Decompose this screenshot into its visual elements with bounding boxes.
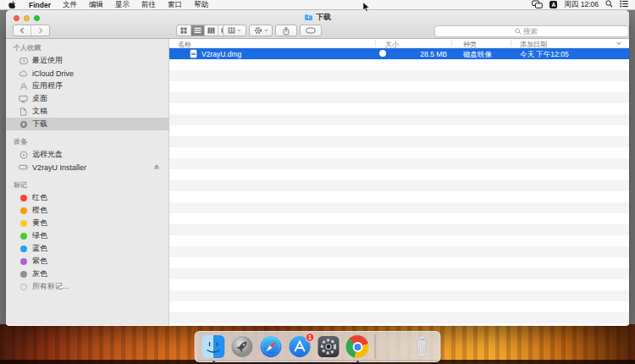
file-size: 28.5 MB (420, 50, 447, 58)
share-icon (282, 26, 290, 36)
menu-window[interactable]: 窗口 (162, 0, 188, 10)
tag-dot-all (20, 284, 27, 290)
menubar-clock[interactable]: 周四 12:06 (564, 0, 599, 10)
menu-bar: Finder 文件 编辑 显示 前往 窗口 帮助 A 周四 12:06 (0, 0, 635, 10)
icon-view-button[interactable] (177, 25, 190, 36)
sidebar-item-downloads[interactable]: 下载 (6, 118, 168, 130)
sort-direction-icon[interactable] (616, 40, 621, 47)
list-view-button[interactable] (190, 25, 204, 36)
share-button[interactable] (275, 25, 297, 36)
sidebar-tag-gray[interactable]: 灰色 (6, 267, 168, 280)
sidebar-item-icloud-drive[interactable]: iCloud Drive (6, 67, 168, 80)
column-divider[interactable] (375, 40, 376, 47)
sidebar-tag-orange[interactable]: 橙色 (6, 204, 168, 217)
menu-finder[interactable]: Finder (23, 1, 57, 9)
apple-menu-icon[interactable] (8, 1, 15, 9)
nav-buttons (13, 25, 50, 36)
sidebar-tag-red[interactable]: 红色 (6, 191, 168, 204)
sidebar-tag-purple[interactable]: 紫色 (6, 255, 168, 267)
tag-icon (306, 27, 316, 34)
sidebar-tag-green[interactable]: 绿色 (6, 229, 168, 242)
spotlight-search-icon[interactable] (605, 0, 613, 9)
tag-dot-orange (20, 207, 27, 214)
running-indicator (213, 361, 215, 363)
dock-app-store-icon[interactable]: 1 (289, 335, 312, 358)
sidebar-section-devices: 设备 (6, 135, 168, 148)
downloads-icon (19, 120, 28, 129)
sidebar: 个人收藏 最近使用 iCloud Drive 应用程序 桌面 (6, 39, 169, 325)
search-field[interactable] (434, 25, 629, 37)
finder-window: 下载 (6, 10, 629, 326)
sidebar-item-remote-disc[interactable]: 远程光盘 (6, 148, 168, 161)
forward-button[interactable] (31, 25, 49, 36)
document-icon (19, 108, 28, 116)
desktop-icon (19, 95, 28, 103)
sidebar-item-desktop[interactable]: 桌面 (6, 92, 168, 105)
sidebar-tag-blue[interactable]: 蓝色 (6, 242, 168, 255)
dock-system-preferences-icon[interactable] (318, 335, 340, 358)
tag-dot-red (20, 195, 27, 201)
file-name: V2rayU.dmg (202, 50, 241, 58)
column-divider[interactable] (511, 40, 511, 47)
file-date-added: 今天 下午12:05 (520, 50, 569, 60)
chevron-down-icon (237, 29, 241, 32)
dock-launchpad-icon[interactable] (231, 335, 254, 358)
file-kind: 磁盘映像 (463, 50, 492, 60)
dock-trash-icon[interactable] (411, 335, 433, 358)
sidebar-tag-yellow[interactable]: 黄色 (6, 217, 168, 229)
disc-icon (19, 151, 28, 159)
applications-icon (19, 82, 28, 91)
sidebar-item-applications[interactable]: 应用程序 (6, 80, 168, 92)
notification-center-icon[interactable] (620, 0, 628, 9)
dock: 1 (195, 331, 441, 362)
arrange-button[interactable] (223, 25, 246, 36)
download-progress-icon (379, 50, 386, 57)
back-button[interactable] (14, 25, 31, 36)
tag-dot-blue (20, 245, 27, 252)
column-view-button[interactable] (204, 25, 218, 36)
app-store-badge: 1 (306, 333, 315, 342)
sidebar-item-recents[interactable]: 最近使用 (6, 54, 168, 67)
sidebar-all-tags[interactable]: 所有标记... (6, 280, 168, 293)
search-icon (515, 28, 522, 35)
sidebar-section-tags: 标记 (6, 178, 168, 191)
chevron-down-icon (264, 29, 268, 32)
eject-icon[interactable] (153, 163, 160, 172)
display-mirroring-icon[interactable] (532, 0, 543, 10)
tag-dot-green (20, 233, 27, 240)
column-divider[interactable] (451, 40, 452, 47)
tag-dot-purple (20, 258, 27, 265)
tag-dot-yellow (20, 220, 27, 227)
menu-help[interactable]: 帮助 (188, 0, 214, 10)
input-source-icon[interactable]: A (549, 1, 557, 8)
external-drive-icon (19, 163, 28, 171)
mouse-cursor (362, 1, 370, 16)
dmg-file-icon (190, 50, 196, 58)
menu-file[interactable]: 文件 (57, 0, 83, 10)
menu-go[interactable]: 前往 (135, 0, 162, 10)
sidebar-item-documents[interactable]: 文稿 (6, 105, 168, 118)
empty-rows (169, 59, 629, 325)
menu-edit[interactable]: 编辑 (83, 0, 109, 10)
gear-icon (254, 26, 262, 35)
search-input[interactable] (523, 27, 549, 36)
edit-tags-button[interactable] (300, 25, 322, 36)
dock-downloads-document-icon[interactable] (382, 335, 405, 358)
arrange-grid-icon (228, 27, 235, 34)
file-list: 名称 大小 种类 添加日期 V2rayU.dmg 28.5 MB 磁盘映像 今天… (169, 39, 629, 325)
sidebar-section-favorites: 个人收藏 (6, 41, 168, 54)
window-titlebar[interactable]: 下载 (6, 10, 629, 39)
sidebar-item-v2rayu-installer[interactable]: V2rayU Installer (6, 161, 168, 174)
dock-finder-icon[interactable] (202, 335, 225, 358)
clock-icon (19, 57, 28, 65)
dock-safari-icon[interactable] (260, 335, 283, 358)
dock-divider (375, 334, 376, 359)
menu-view[interactable]: 显示 (109, 0, 135, 10)
running-indicator (356, 361, 359, 363)
cloud-icon (19, 69, 28, 77)
list-header: 名称 大小 种类 添加日期 (169, 39, 629, 48)
dock-chrome-icon[interactable] (346, 335, 369, 358)
downloads-folder-icon (304, 14, 313, 21)
file-row-v2rayu-dmg[interactable]: V2rayU.dmg 28.5 MB 磁盘映像 今天 下午12:05 (169, 48, 629, 59)
action-menu-button[interactable] (249, 25, 273, 36)
